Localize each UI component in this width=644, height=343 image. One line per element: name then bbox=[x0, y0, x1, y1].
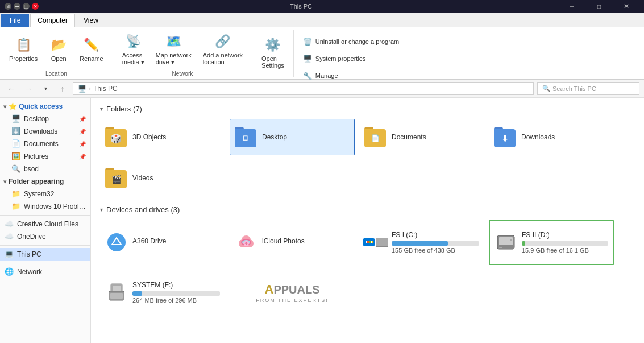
sidebar-item-downloads[interactable]: ⬇️ Downloads 📌 bbox=[0, 125, 90, 138]
svg-point-0 bbox=[107, 233, 126, 251]
open-label: Open bbox=[51, 55, 67, 62]
open-settings-button[interactable]: ⚙️ OpenSettings bbox=[257, 34, 289, 71]
quick-access-label: ⭐ Quick access bbox=[9, 102, 63, 110]
drive-f[interactable]: SYSTEM (F:) 264 MB free of 296 MB bbox=[100, 270, 225, 315]
drives-chevron: ▾ bbox=[100, 206, 103, 213]
sidebar-section-quick-access[interactable]: ▾ ⭐ Quick access bbox=[0, 100, 90, 113]
title-bar: 🖥 ─ □ ✕ This PC ─ □ ✕ bbox=[0, 0, 644, 13]
folder-icon-3d: 🎲 bbox=[105, 127, 128, 147]
folder-desktop[interactable]: 🖥 Desktop bbox=[230, 119, 355, 155]
sidebar-section-folder-appearing[interactable]: ▾ Folder appearing bbox=[0, 175, 90, 188]
folder-3d-objects[interactable]: 🎲 3D Objects bbox=[100, 119, 225, 155]
drives-section-header[interactable]: ▾ Devices and drives (3) bbox=[100, 205, 635, 214]
bsod-icon: 🔍 bbox=[11, 164, 20, 173]
folder-documents[interactable]: 📄 Documents bbox=[359, 119, 484, 155]
sidebar-item-system32[interactable]: 📁 System32 bbox=[0, 188, 90, 200]
up-button[interactable]: ↑ bbox=[56, 82, 69, 96]
manage-icon: 🔧 bbox=[302, 70, 313, 81]
path-this-pc: This PC bbox=[93, 85, 118, 93]
properties-button[interactable]: 📋 Properties bbox=[5, 34, 42, 64]
drive-d[interactable]: FS II (D:) 15.9 GB free of 16.1 GB bbox=[489, 220, 614, 265]
icloud-name: iCloud Photos bbox=[262, 237, 350, 245]
drive-d-name: FS II (D:) bbox=[522, 231, 608, 239]
close-icon[interactable]: ✕ bbox=[32, 3, 39, 10]
sidebar-item-pictures[interactable]: 🖼️ Pictures 📌 bbox=[0, 150, 90, 163]
minimize-button[interactable]: ─ bbox=[559, 0, 585, 13]
tab-computer[interactable]: Computer bbox=[30, 14, 75, 27]
system-items: 🗑️ Uninstall or change a program 🖥️ Syst… bbox=[298, 34, 414, 83]
folders-label: Folders (7) bbox=[106, 105, 142, 113]
sidebar-item-creative-cloud[interactable]: ☁️ Creative Cloud Files bbox=[0, 218, 90, 230]
watermark-title: APPUALS bbox=[256, 282, 329, 298]
sidebar-item-documents[interactable]: 📄 Documents 📌 bbox=[0, 138, 90, 150]
sidebar-item-this-pc[interactable]: 💻 This PC bbox=[0, 248, 90, 261]
system32-label: System32 bbox=[24, 190, 54, 198]
folder-videos-label: Videos bbox=[132, 174, 153, 182]
a360-icon bbox=[105, 231, 128, 254]
main-layout: ▾ ⭐ Quick access 🖥️ Desktop 📌 ⬇️ Downloa… bbox=[0, 98, 644, 343]
location-label: Location bbox=[45, 68, 67, 77]
sidebar-item-network[interactable]: 🌐 Network bbox=[0, 266, 90, 278]
creative-cloud-icon: ☁️ bbox=[5, 220, 14, 229]
folder-videos[interactable]: 🎬 Videos bbox=[100, 160, 225, 196]
add-location-button[interactable]: 🔗 Add a networklocation bbox=[198, 30, 247, 68]
sidebar-item-bsod[interactable]: 🔍 bsod bbox=[0, 163, 90, 175]
manage-button[interactable]: 🔧 Manage bbox=[298, 68, 414, 83]
access-media-button[interactable]: 📡 Accessmedia ▾ bbox=[118, 30, 149, 68]
icloud-info: iCloud Photos bbox=[262, 237, 350, 247]
map-drive-icon: 🗺️ bbox=[164, 32, 182, 51]
folder-downloads-label: Downloads bbox=[521, 133, 555, 141]
open-button[interactable]: 📂 Open bbox=[44, 34, 73, 64]
sidebar-item-win10-problems[interactable]: 📁 Windows 10 Proble... bbox=[0, 200, 90, 213]
address-path[interactable]: 🖥️ › This PC bbox=[73, 82, 534, 95]
pictures-icon: 🖼️ bbox=[11, 152, 20, 161]
sidebar-item-desktop[interactable]: 🖥️ Desktop 📌 bbox=[0, 113, 90, 125]
folder-downloads[interactable]: ⬇ Downloads bbox=[489, 119, 614, 155]
map-drive-button[interactable]: 🗺️ Map networkdrive ▾ bbox=[151, 30, 196, 68]
maximize-button[interactable]: □ bbox=[586, 0, 612, 13]
search-icon: 🔍 bbox=[542, 85, 550, 92]
desktop-label: Desktop bbox=[24, 115, 49, 123]
folder-icon-documents: 📄 bbox=[364, 127, 387, 147]
drive-c[interactable]: FS I (C:) 155 GB free of 438 GB bbox=[359, 220, 484, 265]
drive-c-icon bbox=[364, 231, 387, 254]
sys-props-button[interactable]: 🖥️ System properties bbox=[298, 51, 414, 66]
watermark-content: APPUALS FROM THE EXPERTS! bbox=[256, 282, 329, 304]
pin-icon-downloads: 📌 bbox=[79, 129, 86, 135]
win10-label: Windows 10 Proble... bbox=[24, 203, 86, 210]
drive-f-info: SYSTEM (F:) 264 MB free of 296 MB bbox=[132, 281, 220, 304]
drive-d-bar-container bbox=[522, 241, 608, 246]
drive-icloud[interactable]: 🌸 iCloud Photos bbox=[230, 220, 355, 265]
drive-a360[interactable]: A360 Drive bbox=[100, 220, 225, 265]
onedrive-icon: ☁️ bbox=[5, 232, 14, 241]
folder-appearing-label: Folder appearing bbox=[9, 177, 64, 185]
content-area: ▾ Folders (7) 🎲 3D Objects 🖥 bbox=[91, 98, 644, 343]
search-box[interactable]: 🔍 Search This PC bbox=[537, 82, 639, 95]
tab-view[interactable]: View bbox=[76, 14, 106, 27]
forward-button[interactable]: → bbox=[22, 82, 35, 96]
rename-button[interactable]: ✏️ Rename bbox=[75, 34, 108, 64]
network-buttons: 📡 Accessmedia ▾ 🗺️ Map networkdrive ▾ 🔗 … bbox=[118, 30, 247, 68]
a360-info: A360 Drive bbox=[132, 237, 220, 247]
maximize-icon[interactable]: □ bbox=[23, 3, 30, 10]
pin-icon-documents: 📌 bbox=[79, 141, 86, 147]
bsod-label: bsod bbox=[24, 165, 39, 173]
uninstall-icon: 🗑️ bbox=[302, 36, 313, 47]
minimize-icon[interactable]: ─ bbox=[14, 3, 20, 10]
close-button[interactable]: ✕ bbox=[613, 0, 639, 13]
drives-grid: A360 Drive 🌸 iCloud bbox=[100, 220, 635, 315]
folders-section-header[interactable]: ▾ Folders (7) bbox=[100, 105, 635, 113]
pictures-label: Pictures bbox=[24, 152, 48, 160]
folder-desktop-label: Desktop bbox=[262, 133, 287, 141]
sidebar-item-onedrive[interactable]: ☁️ OneDrive bbox=[0, 230, 90, 243]
uninstall-button[interactable]: 🗑️ Uninstall or change a program bbox=[298, 34, 414, 49]
uninstall-label: Uninstall or change a program bbox=[315, 38, 399, 45]
folder-documents-label: Documents bbox=[392, 133, 426, 141]
back-button[interactable]: ← bbox=[5, 82, 18, 96]
recent-locations-button[interactable]: ▾ bbox=[39, 82, 52, 96]
pin-icon-desktop: 📌 bbox=[79, 116, 86, 122]
drive-f-bar bbox=[132, 291, 142, 296]
tab-file[interactable]: File bbox=[1, 14, 29, 27]
rename-icon: ✏️ bbox=[82, 36, 101, 54]
open-icon: 📂 bbox=[49, 36, 68, 54]
